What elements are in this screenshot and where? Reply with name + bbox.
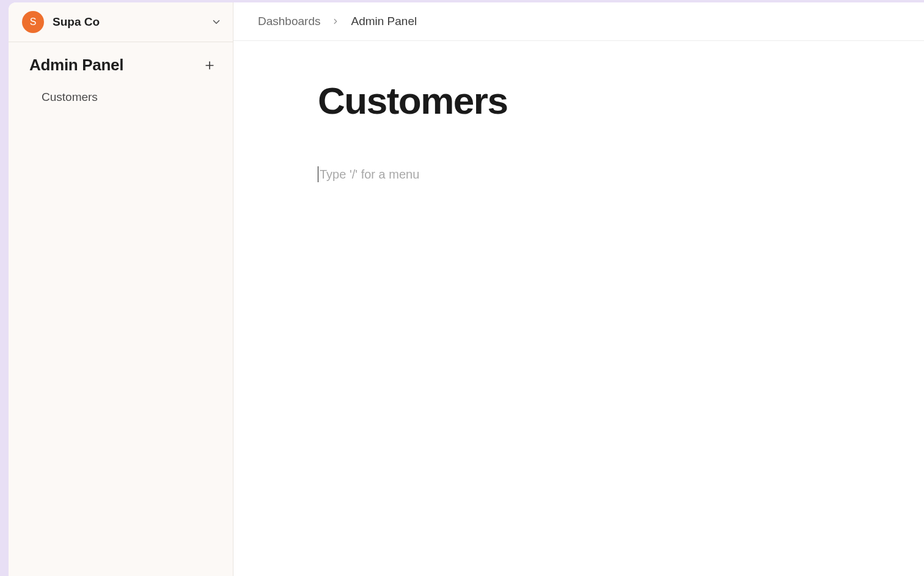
add-page-button[interactable]	[201, 57, 218, 74]
editor-cursor-line	[318, 166, 924, 182]
main-area: Dashboards Admin Panel Customers	[233, 2, 924, 576]
sidebar: S Supa Co Admin Panel Custome	[9, 2, 233, 576]
block-editor-input[interactable]	[320, 166, 747, 183]
page-title: Customers	[318, 79, 924, 122]
sidebar-section: Admin Panel Customers	[9, 42, 233, 114]
app-window: S Supa Co Admin Panel Custome	[9, 2, 924, 576]
sidebar-item-customers[interactable]: Customers	[29, 86, 223, 109]
breadcrumb-current: Admin Panel	[351, 15, 417, 28]
section-header: Admin Panel	[29, 56, 223, 75]
org-name: Supa Co	[53, 15, 202, 29]
breadcrumb: Dashboards Admin Panel	[233, 2, 924, 41]
chevron-right-icon	[331, 17, 340, 26]
org-avatar-initial: S	[30, 17, 37, 28]
sidebar-item-label: Customers	[42, 90, 98, 103]
chevron-down-icon	[211, 17, 222, 28]
org-avatar: S	[22, 11, 44, 33]
page-content: Customers	[233, 41, 924, 576]
org-switcher[interactable]: S Supa Co	[9, 2, 233, 42]
section-title: Admin Panel	[29, 56, 123, 75]
plus-icon	[204, 59, 216, 72]
breadcrumb-root-link[interactable]: Dashboards	[258, 15, 320, 28]
